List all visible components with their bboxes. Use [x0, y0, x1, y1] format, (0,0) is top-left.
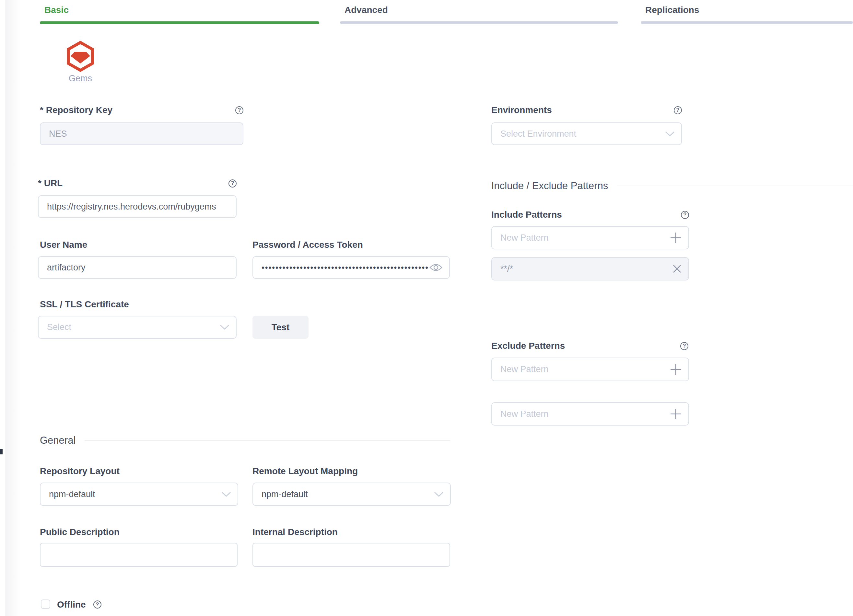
exclude-pattern-input-2[interactable] — [500, 409, 669, 419]
tab-basic-indicator — [40, 21, 319, 24]
clipped-background-text — [0, 449, 3, 454]
offline-help-icon[interactable]: ? — [93, 601, 102, 608]
exclude-patterns-label-row: Exclude Patterns ? — [491, 341, 688, 351]
ssl-certificate-select-value: Select — [47, 322, 220, 332]
password-fieldbox — [252, 256, 450, 279]
include-exclude-title: Include / Exclude Patterns — [491, 180, 608, 192]
include-pattern-new-fieldbox — [491, 226, 689, 250]
test-button[interactable]: Test — [252, 316, 308, 339]
tab-advanced-indicator — [340, 21, 618, 24]
repository-key-help-icon[interactable]: ? — [235, 106, 243, 114]
user-name-fieldbox — [38, 256, 237, 279]
internal-description-label: Internal Description — [252, 527, 338, 537]
url-help-icon[interactable]: ? — [229, 179, 237, 188]
tab-replications-indicator — [641, 21, 853, 24]
include-patterns-label-row: Include Patterns ? — [491, 209, 689, 220]
exclude-patterns-label: Exclude Patterns — [491, 341, 565, 351]
tab-advanced[interactable]: Advanced — [340, 0, 618, 24]
tab-replications-label: Replications — [645, 5, 699, 15]
remote-layout-mapping-select-value: npm-default — [261, 489, 434, 499]
tab-replications[interactable]: Replications — [641, 0, 853, 24]
environments-label: Environments — [491, 104, 552, 116]
chevron-down-icon — [220, 324, 229, 330]
general-section-header: General — [40, 434, 450, 446]
repository-layout-select[interactable]: npm-default — [40, 483, 238, 506]
public-description-label: Public Description — [40, 527, 120, 537]
general-title: General — [40, 434, 76, 446]
include-pattern-input[interactable] — [500, 233, 669, 243]
ssl-certificate-label: SSL / TLS Certificate — [40, 299, 129, 310]
include-pattern-item-input[interactable] — [500, 264, 672, 274]
environments-select-value: Select Environment — [500, 129, 665, 139]
repository-key-label-row: * Repository Key ? — [40, 104, 243, 116]
exclude-pattern-new-fieldbox — [491, 357, 689, 381]
add-pattern-icon[interactable] — [669, 408, 682, 420]
include-pattern-item-fieldbox — [491, 257, 689, 280]
eye-icon[interactable] — [429, 263, 443, 272]
add-pattern-icon[interactable] — [669, 363, 682, 376]
panel-left-shadow — [6, 0, 20, 616]
url-label: * URL — [38, 178, 62, 189]
repository-layout-label: Repository Layout — [40, 466, 120, 477]
offline-label: Offline — [57, 599, 86, 610]
repository-key-fieldbox — [40, 123, 243, 145]
include-exclude-section-header: Include / Exclude Patterns — [491, 180, 853, 192]
section-divider — [617, 186, 853, 186]
section-divider — [85, 440, 450, 441]
environments-select[interactable]: Select Environment — [491, 123, 682, 145]
exclude-patterns-help-icon[interactable]: ? — [680, 342, 688, 350]
password-input[interactable] — [261, 263, 429, 272]
chevron-down-icon — [222, 492, 231, 497]
environments-help-icon[interactable]: ? — [674, 106, 682, 114]
remote-layout-mapping-label: Remote Layout Mapping — [252, 466, 358, 477]
exclude-pattern-new-fieldbox-2 — [491, 402, 689, 425]
url-input[interactable] — [47, 202, 229, 212]
environments-label-row: Environments ? — [491, 104, 682, 116]
user-name-input[interactable] — [47, 263, 229, 273]
password-label: Password / Access Token — [252, 239, 363, 250]
include-patterns-help-icon[interactable]: ? — [681, 211, 689, 219]
chevron-down-icon — [665, 131, 675, 137]
gems-package-icon — [67, 41, 94, 72]
tab-basic-label: Basic — [44, 5, 69, 15]
repository-key-label: * Repository Key — [40, 104, 112, 116]
public-description-textarea[interactable] — [40, 543, 238, 567]
repository-settings-page: Basic Advanced Replications Gems * Repos… — [0, 0, 853, 616]
repository-key-input[interactable] — [49, 129, 236, 139]
tab-basic[interactable]: Basic — [40, 0, 319, 24]
repository-layout-select-value: npm-default — [49, 489, 222, 499]
user-name-label: User Name — [40, 239, 87, 250]
package-type-label: Gems — [64, 74, 97, 83]
remove-pattern-icon[interactable] — [672, 264, 682, 274]
chevron-down-icon — [434, 492, 444, 497]
url-label-row: * URL ? — [38, 178, 237, 189]
tab-advanced-label: Advanced — [345, 5, 388, 15]
offline-checkbox[interactable] — [41, 599, 50, 609]
exclude-pattern-input[interactable] — [500, 364, 669, 374]
url-fieldbox — [38, 195, 237, 218]
include-patterns-label: Include Patterns — [491, 209, 562, 220]
internal-description-textarea[interactable] — [252, 543, 450, 567]
ssl-certificate-select[interactable]: Select — [38, 316, 237, 339]
remote-layout-mapping-select[interactable]: npm-default — [252, 483, 451, 506]
add-pattern-icon[interactable] — [669, 232, 682, 244]
